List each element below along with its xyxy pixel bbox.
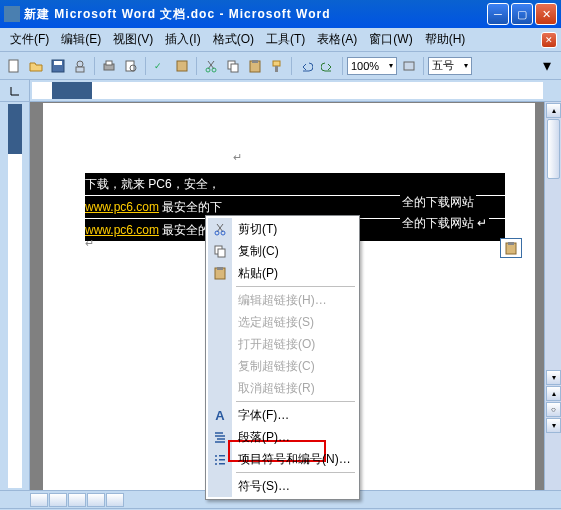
scroll-up-button[interactable]: ▴ (546, 103, 561, 118)
zoom-value: 100% (351, 60, 379, 72)
cm-copy[interactable]: 复制(C) (208, 240, 357, 262)
font-icon: A (208, 408, 232, 423)
svg-point-3 (77, 61, 83, 67)
ruler-horizontal[interactable] (32, 82, 543, 99)
outline-view-button[interactable] (87, 493, 105, 507)
redo-icon[interactable] (318, 56, 338, 76)
copy-icon (208, 244, 232, 258)
research-icon[interactable] (172, 56, 192, 76)
svg-rect-31 (219, 459, 225, 461)
hyperlink: www.pc6.com (85, 223, 159, 237)
cm-paste[interactable]: 粘贴(P) (208, 262, 357, 284)
word-app-icon (4, 6, 20, 22)
paragraph-mark: ↵ (233, 151, 242, 164)
menu-insert[interactable]: 插入(I) (159, 29, 206, 50)
doc-close-button[interactable]: ✕ (541, 32, 557, 48)
minimize-button[interactable]: ─ (487, 3, 509, 25)
toolbar-options-icon[interactable]: ▾ (537, 56, 557, 76)
preview-icon[interactable] (121, 56, 141, 76)
print-view-button[interactable] (68, 493, 86, 507)
menu-help[interactable]: 帮助(H) (419, 29, 472, 50)
svg-rect-33 (219, 463, 225, 465)
prev-page-button[interactable]: ▴ (546, 386, 561, 401)
svg-text:✓: ✓ (154, 61, 162, 71)
format-painter-icon[interactable] (267, 56, 287, 76)
svg-rect-29 (219, 455, 225, 457)
menu-view[interactable]: 视图(V) (107, 29, 159, 50)
cm-edit-hyperlink-label: 编辑超链接(H)… (232, 292, 327, 309)
cm-remove-hyperlink: 取消超链接(R) (208, 377, 357, 399)
ruler-vertical[interactable] (0, 102, 30, 490)
cm-cut-label: 剪切(T) (232, 221, 277, 238)
cm-font[interactable]: A 字体(F)… (208, 404, 357, 426)
cm-bullets[interactable]: 项目符号和编号(N)… (208, 448, 357, 470)
cm-bullets-label: 项目符号和编号(N)… (232, 451, 351, 468)
menu-tools[interactable]: 工具(T) (260, 29, 311, 50)
svg-point-32 (215, 463, 217, 465)
permission-icon[interactable] (70, 56, 90, 76)
paragraph-icon (208, 430, 232, 444)
svg-rect-10 (177, 61, 187, 71)
context-menu: 剪切(T) 复制(C) 粘贴(P) 编辑超链接(H)… 选定超链接(S) 打开超… (205, 215, 360, 500)
read-mode-icon[interactable] (399, 56, 419, 76)
cm-open-hyperlink-label: 打开超链接(O) (232, 336, 315, 353)
hyperlink: www.pc6.com (85, 200, 159, 214)
web-view-button[interactable] (49, 493, 67, 507)
menubar: 文件(F) 编辑(E) 视图(V) 插入(I) 格式(O) 工具(T) 表格(A… (0, 28, 561, 52)
toolbar: ✓ 100%▾ 五号▾ ▾ (0, 52, 561, 80)
browse-object-button[interactable]: ○ (546, 402, 561, 417)
new-icon[interactable] (4, 56, 24, 76)
save-icon[interactable] (48, 56, 68, 76)
cut-icon (208, 222, 232, 236)
cm-copy-hyperlink: 复制超链接(C) (208, 355, 357, 377)
fontsize-value: 五号 (432, 58, 454, 73)
paste-options-button[interactable] (500, 238, 522, 258)
undo-icon[interactable] (296, 56, 316, 76)
svg-rect-25 (218, 249, 225, 257)
cm-copy-hyperlink-label: 复制超链接(C) (232, 358, 315, 375)
tab-selector[interactable] (0, 80, 30, 102)
menu-file[interactable]: 文件(F) (4, 29, 55, 50)
svg-rect-16 (252, 60, 258, 63)
menu-window[interactable]: 窗口(W) (363, 29, 418, 50)
scroll-down-button[interactable]: ▾ (546, 370, 561, 385)
selected-text-right2[interactable]: 全的下载网站 ↵ (400, 214, 489, 233)
svg-rect-17 (273, 61, 280, 66)
cm-symbol-label: 符号(S)… (232, 478, 290, 495)
cut-icon[interactable] (201, 56, 221, 76)
svg-rect-19 (404, 62, 414, 70)
selected-text-line1[interactable]: 下载，就来 PC6，安全， (85, 173, 505, 195)
paragraph-mark: ↵ (85, 237, 94, 250)
next-page-button[interactable]: ▾ (546, 418, 561, 433)
maximize-button[interactable]: ▢ (511, 3, 533, 25)
close-button[interactable]: ✕ (535, 3, 557, 25)
svg-rect-18 (275, 66, 278, 72)
svg-rect-14 (231, 64, 238, 72)
scrollbar-vertical[interactable]: ▴ ▾ ▴ ○ ▾ (544, 102, 561, 490)
open-icon[interactable] (26, 56, 46, 76)
fontsize-combobox[interactable]: 五号▾ (428, 57, 472, 75)
cm-select-hyperlink-label: 选定超链接(S) (232, 314, 314, 331)
zoom-combobox[interactable]: 100%▾ (347, 57, 397, 75)
svg-point-28 (215, 455, 217, 457)
bullets-icon (208, 452, 232, 466)
menu-edit[interactable]: 编辑(E) (55, 29, 107, 50)
cm-remove-hyperlink-label: 取消超链接(R) (232, 380, 315, 397)
window-title: 新建 Microsoft Word 文档.doc - Microsoft Wor… (24, 6, 487, 23)
cm-paragraph[interactable]: 段落(P)… (208, 426, 357, 448)
copy-icon[interactable] (223, 56, 243, 76)
cm-open-hyperlink: 打开超链接(O) (208, 333, 357, 355)
cm-cut[interactable]: 剪切(T) (208, 218, 357, 240)
cm-select-hyperlink: 选定超链接(S) (208, 311, 357, 333)
scroll-thumb[interactable] (547, 119, 560, 179)
paste-icon[interactable] (245, 56, 265, 76)
reading-view-button[interactable] (106, 493, 124, 507)
menu-table[interactable]: 表格(A) (311, 29, 363, 50)
print-icon[interactable] (99, 56, 119, 76)
cm-symbol[interactable]: 符号(S)… (208, 475, 357, 497)
selected-text-right1[interactable]: 全的下载网站 (400, 193, 476, 212)
menu-format[interactable]: 格式(O) (207, 29, 260, 50)
cm-paragraph-label: 段落(P)… (232, 429, 290, 446)
spell-icon[interactable]: ✓ (150, 56, 170, 76)
normal-view-button[interactable] (30, 493, 48, 507)
